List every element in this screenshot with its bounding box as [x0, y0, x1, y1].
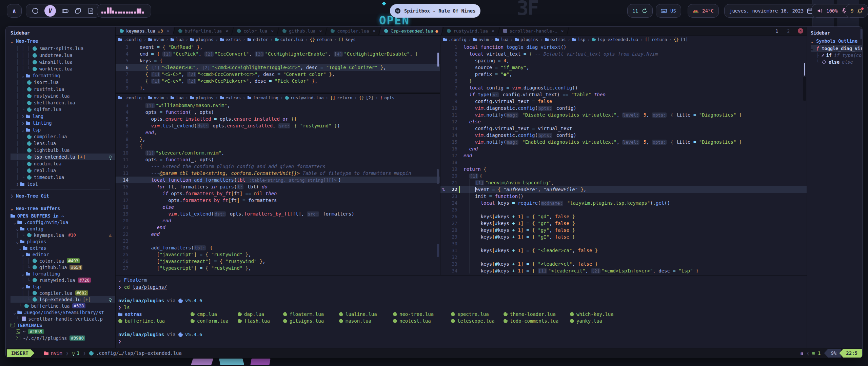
- breadcrumb-item[interactable]: ƒopts: [380, 95, 395, 100]
- code-line[interactable]: 24 local keys = require(modname: "lazyvi…: [440, 200, 807, 206]
- buffer-tab[interactable]: scrollbar-handle-…×: [499, 27, 568, 35]
- close-icon[interactable]: ×: [319, 28, 322, 34]
- code-line[interactable]: 4 cmd = { [1]"CccPick", [2]"CccConvert",…: [116, 50, 440, 57]
- code-line[interactable]: 15 for ft, formatters in pairs(t: tbl) d…: [116, 183, 440, 190]
- close-icon[interactable]: ×: [167, 28, 170, 34]
- code-line[interactable]: 17 opts.formatters_by_ft[ft] = formatter…: [116, 197, 440, 204]
- breadcrumb-item[interactable]: lua: [171, 37, 184, 42]
- tree-row[interactable]: │ │ rustfmt.lua: [11, 86, 115, 93]
- tree-row[interactable]: │ │ compiler.lua#682: [11, 290, 115, 296]
- tree-row[interactable]: └ scrollbar-handle-vertical.p: [11, 316, 115, 322]
- code-line[interactable]: 31 keys[#keys + 1] = { "<leader>ca", fal…: [440, 247, 807, 254]
- gamepad-icon[interactable]: [61, 7, 69, 15]
- code-line[interactable]: 5 keys = {: [116, 57, 440, 64]
- scrollbar-handle[interactable]: [803, 77, 806, 101]
- code-line[interactable]: 13 config.virtual_text = virtual_text: [440, 125, 807, 132]
- tree-row[interactable]: ⌄editor: [11, 251, 115, 258]
- breadcrumb-item[interactable]: nvim: [148, 95, 164, 100]
- launcher-button[interactable]: ∧: [7, 4, 22, 18]
- tree-row[interactable]: │ │ │ smart-splits.lua: [11, 45, 115, 52]
- code-line[interactable]: 14 local function add_formatters(tbl :ta…: [116, 177, 440, 183]
- tree-row[interactable]: ⌄formatting: [11, 270, 115, 277]
- notifications-pill[interactable]: 9: [846, 4, 868, 18]
- code-line[interactable]: 26 ["javascriptreact"] = { "rustywind" }…: [116, 258, 440, 265]
- tree-row[interactable]: │ │ │ winshift.lua: [11, 59, 115, 65]
- tree-row[interactable]: │ │ repl.lua: [11, 167, 115, 174]
- tree-row[interactable]: │ └ keymaps.lua#10⚠: [11, 232, 115, 238]
- tree-row[interactable]: │ │ └ worktree.lua: [11, 65, 115, 72]
- close-icon[interactable]: ×: [271, 28, 274, 34]
- breadcrumb-item[interactable]: {}return: [310, 37, 332, 42]
- code-line[interactable]: 8 { [1]"<C-c>", [2]"<cmd>CccPick<cr>", d…: [116, 78, 440, 84]
- tab-page[interactable]: 2: [783, 28, 794, 34]
- code-line[interactable]: 14 vim.diagnostic.config(opts: config): [440, 132, 807, 139]
- tree-row[interactable]: │ ⌄formatting: [11, 72, 115, 79]
- breadcrumb-item[interactable]: []return: [645, 37, 667, 42]
- breadcrumb-item[interactable]: extras: [545, 37, 566, 42]
- code-line[interactable]: 3 [1]"williamboman/mason.nvim",: [116, 102, 440, 109]
- code-line[interactable]: 10 vim.diagnostic.config(opts: config): [440, 105, 807, 111]
- code-line[interactable]: 5 prefix = "●",: [440, 71, 807, 78]
- code-line[interactable]: 20 end: [116, 217, 440, 224]
- code-line[interactable]: 21 end: [116, 224, 440, 231]
- tree-row[interactable]: ⌄lsp: [11, 283, 115, 290]
- code-line[interactable]: 23 init = function(): [440, 193, 807, 200]
- buffer-tab[interactable]: lsp-extended.lua●: [380, 27, 442, 35]
- windows-icon[interactable]: [74, 7, 82, 15]
- breadcrumb-item[interactable]: extras: [220, 37, 241, 42]
- code-line[interactable]: %22 event = { "BufReadPre", "BufNewFile"…: [440, 186, 807, 193]
- section-neo-tree[interactable]: ⌄ Neo-Tree: [11, 37, 115, 45]
- breadcrumb-item[interactable]: .config: [118, 37, 142, 42]
- code-line[interactable]: 29 keys[#keys + 1] = { "gI", false }: [440, 233, 807, 240]
- updates-pill[interactable]: 11: [627, 4, 653, 18]
- section-symbols-outline[interactable]: ⌄ Symbols Outline: [811, 37, 862, 45]
- breadcrumb-item[interactable]: plugins: [190, 37, 214, 42]
- code-line[interactable]: 27 ["typescript"] = { "rustywind" },: [116, 265, 440, 271]
- outline-row[interactable]: ⌄ ƒtoggle_diag_virtextfu: [811, 45, 862, 52]
- tree-row[interactable]: │ │ shellharden.lua: [11, 99, 115, 106]
- breadcrumb-item[interactable]: []return: [330, 95, 352, 100]
- breadcrumb-item[interactable]: nvim: [473, 37, 489, 42]
- buffer-tab[interactable]: github.lua×: [278, 27, 326, 35]
- tree-row[interactable]: │ │ lens.lua: [11, 140, 115, 147]
- tab-page[interactable]: 1: [771, 28, 782, 34]
- breadcrumb-item[interactable]: rustywind.lua: [285, 95, 324, 100]
- breadcrumb-item[interactable]: .config: [118, 95, 142, 100]
- code-line[interactable]: 16 end: [440, 145, 807, 152]
- buffer-tab[interactable]: rustywind.lua×: [443, 27, 498, 35]
- tree-row[interactable]: ›_~/.c/n/l/plugins#3980: [11, 335, 115, 341]
- code-line[interactable]: 9 {: [116, 143, 440, 149]
- breadcrumb-item[interactable]: .config: [443, 37, 467, 42]
- code-line[interactable]: 4 source = "if_many",: [440, 64, 807, 71]
- code-line[interactable]: 25: [440, 206, 807, 213]
- tree-row[interactable]: │ ❯linting: [11, 120, 115, 126]
- tree-row[interactable]: OPEN BUFFERS in ~: [11, 212, 115, 219]
- code-line[interactable]: 34 keys[#keys + 1] = { [1]"<leader>cil",…: [440, 267, 807, 274]
- code-line[interactable]: 18: [440, 159, 807, 166]
- breadcrumb-item[interactable]: editor: [248, 37, 268, 42]
- breadcrumb-item[interactable]: color.lua: [275, 37, 303, 42]
- code-line[interactable]: 16 if opts.formatters_by_ft[ft] == nil t…: [116, 190, 440, 197]
- code-line[interactable]: 3 event = { "BufRead" },: [116, 44, 440, 50]
- tree-row[interactable]: │ ⌄lsp: [11, 126, 115, 133]
- keyboard-layout-pill[interactable]: US: [656, 4, 681, 18]
- code-line[interactable]: 12 else: [440, 118, 807, 125]
- tree-row[interactable]: │ │ │ undotree.lua: [11, 52, 115, 59]
- tree-row[interactable]: │ │ lightbulb.lua: [11, 147, 115, 154]
- code-line[interactable]: 25 ["javascript"] = { "rustywind" },: [116, 251, 440, 258]
- close-all-button[interactable]: ×: [798, 28, 803, 34]
- code-line[interactable]: 22 end: [116, 231, 440, 238]
- code-line[interactable]: 4 opts = function(_, opts): [116, 109, 440, 116]
- tree-row[interactable]: │ │ rustywind.lua: [11, 93, 115, 99]
- tree-row[interactable]: │ └ rustywind.lua#726: [11, 277, 115, 283]
- tree-row[interactable]: │ └ github.lua#654: [11, 264, 115, 270]
- breadcrumb-item[interactable]: {}[1]: [674, 37, 688, 42]
- breadcrumb-item[interactable]: lsp: [572, 37, 586, 42]
- breadcrumb-item[interactable]: plugins: [190, 95, 214, 100]
- tree-row[interactable]: └ bufferline.lua#328: [11, 303, 115, 309]
- close-icon[interactable]: ×: [492, 28, 494, 34]
- date-pill[interactable]: jueves, noviembre 16, 2023: [724, 4, 818, 18]
- scrollbar-handle[interactable]: [437, 53, 439, 67]
- code-line[interactable]: 8 },: [116, 136, 440, 143]
- code-line[interactable]: 3 spacing = 4,: [440, 57, 807, 64]
